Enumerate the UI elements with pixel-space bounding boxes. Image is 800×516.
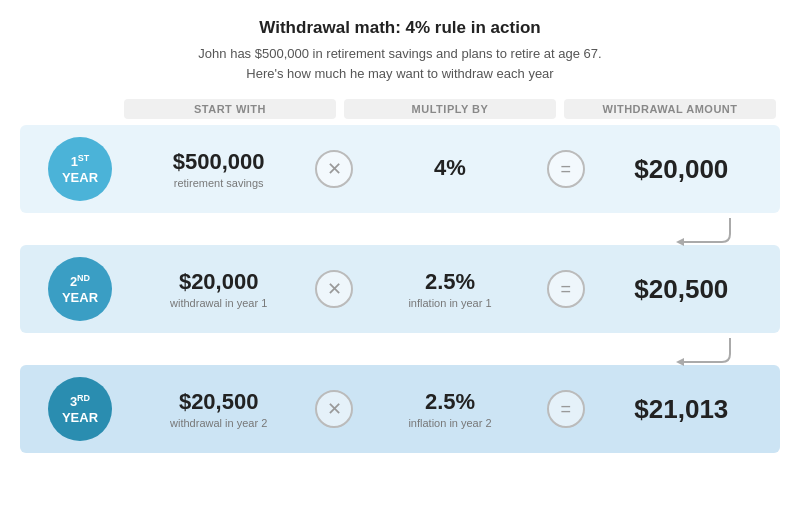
svg-marker-1: [676, 358, 684, 366]
year-row-1: 1STYEAR $500,000 retirement savings ✕ 4%…: [20, 125, 780, 213]
header-col3: WITHDRAWAL AMOUNT: [564, 99, 776, 119]
equals-op-1: =: [547, 150, 585, 188]
start-value-3: $20,500 withdrawal in year 2: [130, 389, 307, 429]
start-value-1: $500,000 retirement savings: [130, 149, 307, 189]
multiply-op-2: ✕: [315, 270, 353, 308]
arrow-1: [20, 217, 780, 245]
header-col0: [20, 99, 120, 119]
year-badge-3: 3RDYEAR: [30, 377, 130, 441]
start-value-2: $20,000 withdrawal in year 1: [130, 269, 307, 309]
page-title: Withdrawal math: 4% rule in action: [259, 18, 540, 38]
result-value-2: $20,500: [593, 274, 770, 305]
multiply-value-3: 2.5% inflation in year 2: [361, 389, 538, 429]
multiply-value-1: 4%: [361, 155, 538, 183]
equals-op-2: =: [547, 270, 585, 308]
year-badge-2: 2NDYEAR: [30, 257, 130, 321]
result-value-3: $21,013: [593, 394, 770, 425]
equals-op-3: =: [547, 390, 585, 428]
year-row-2: 2NDYEAR $20,000 withdrawal in year 1 ✕ 2…: [20, 245, 780, 333]
result-value-1: $20,000: [593, 154, 770, 185]
multiply-value-2: 2.5% inflation in year 1: [361, 269, 538, 309]
table-header: START WITH MULTIPLY BY WITHDRAWAL AMOUNT: [20, 99, 780, 119]
header-col2: MULTIPLY BY: [344, 99, 556, 119]
main-table: START WITH MULTIPLY BY WITHDRAWAL AMOUNT…: [20, 99, 780, 457]
header-col1: START WITH: [124, 99, 336, 119]
svg-marker-0: [676, 238, 684, 246]
multiply-op-1: ✕: [315, 150, 353, 188]
multiply-op-3: ✕: [315, 390, 353, 428]
year-badge-1: 1STYEAR: [30, 137, 130, 201]
subtitle: John has $500,000 in retirement savings …: [198, 44, 601, 83]
arrow-2: [20, 337, 780, 365]
year-row-3: 3RDYEAR $20,500 withdrawal in year 2 ✕ 2…: [20, 365, 780, 453]
